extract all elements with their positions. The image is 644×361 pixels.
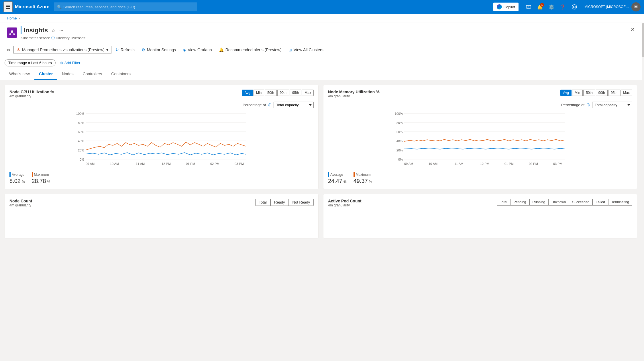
copilot-label: Copilot bbox=[504, 5, 515, 9]
vertical-scrollbar[interactable] bbox=[642, 23, 644, 360]
node-count-not-ready-btn[interactable]: Not Ready bbox=[289, 199, 314, 206]
charts-grid: Node CPU Utilization % 4m granularity Av… bbox=[5, 85, 637, 189]
svg-text:0%: 0% bbox=[80, 158, 84, 161]
collapse-button[interactable]: ≪ bbox=[5, 46, 12, 54]
page-title: Insights bbox=[24, 27, 48, 34]
view-grafana-label: View Grafana bbox=[188, 48, 212, 52]
pod-succeeded-btn[interactable]: Succeeded bbox=[569, 199, 592, 206]
search-input[interactable] bbox=[63, 5, 194, 9]
view-all-clusters-button[interactable]: ⊞ View All Clusters bbox=[286, 46, 326, 54]
memory-ctrl-avg[interactable]: Avg bbox=[560, 90, 571, 96]
more-dots-icon: ... bbox=[330, 48, 334, 52]
svg-point-6 bbox=[13, 33, 15, 35]
subtitle-info-icon: ⓘ bbox=[51, 35, 55, 40]
cpu-maximum-label: Maximum bbox=[32, 172, 50, 177]
cpu-ctrl-50th[interactable]: 50th bbox=[265, 90, 276, 96]
tab-nodes[interactable]: Nodes bbox=[57, 69, 78, 80]
node-count-total-btn[interactable]: Total bbox=[255, 199, 270, 206]
user-avatar[interactable]: M bbox=[631, 2, 641, 11]
prometheus-dropdown[interactable]: ⚠ Managed Prometheus visualizations (Pre… bbox=[13, 46, 111, 54]
memory-ctrl-50th[interactable]: 50th bbox=[583, 90, 595, 96]
bottom-charts-row: Node Count 4m granularity Total Ready No… bbox=[5, 194, 637, 238]
cpu-average-value-row: 8.02 % bbox=[9, 178, 25, 184]
svg-text:20%: 20% bbox=[396, 149, 403, 152]
memory-ctrl-max[interactable]: Max bbox=[621, 90, 632, 96]
memory-info-icon[interactable]: ⓘ bbox=[587, 103, 590, 107]
cpu-avg-color-bar bbox=[9, 172, 11, 177]
cpu-chart-title: Node CPU Utilization % bbox=[9, 90, 54, 94]
monitor-settings-button[interactable]: ⚙ Monitor Settings bbox=[139, 46, 179, 54]
scrollbar-thumb[interactable] bbox=[642, 23, 644, 57]
add-filter-label: Add Filter bbox=[64, 61, 80, 65]
breadcrumb-home[interactable]: Home bbox=[7, 16, 17, 20]
refresh-button[interactable]: ↻ Refresh bbox=[113, 46, 138, 54]
pod-unknown-btn[interactable]: Unknown bbox=[548, 199, 569, 206]
directory-label: Directory: Microsoft bbox=[56, 36, 85, 40]
topbar-divider-2 bbox=[582, 3, 582, 10]
memory-ctrl-min[interactable]: Min bbox=[572, 90, 583, 96]
tab-controllers[interactable]: Controllers bbox=[78, 69, 107, 80]
memory-average-value-row: 24.47 % bbox=[328, 178, 347, 184]
tab-containers[interactable]: Containers bbox=[107, 69, 135, 80]
cpu-ctrl-90th[interactable]: 90th bbox=[277, 90, 289, 96]
pod-total-btn[interactable]: Total bbox=[497, 199, 510, 206]
favorite-button[interactable]: ☆ bbox=[50, 27, 56, 34]
settings-button[interactable]: ⚙️ bbox=[546, 2, 557, 12]
feedback-button[interactable] bbox=[569, 2, 580, 12]
pod-running-btn[interactable]: Running bbox=[529, 199, 549, 206]
tab-whats-new[interactable]: What's new bbox=[5, 69, 34, 80]
add-filter-button[interactable]: ⊕ Add Filter bbox=[58, 60, 83, 66]
close-button[interactable]: ✕ bbox=[631, 26, 635, 33]
add-filter-icon: ⊕ bbox=[60, 61, 63, 65]
notification-badge: 1 bbox=[540, 3, 544, 7]
content-area[interactable]: Node CPU Utilization % 4m granularity Av… bbox=[0, 80, 642, 360]
cloud-shell-button[interactable] bbox=[523, 2, 534, 12]
memory-ctrl-95th[interactable]: 95th bbox=[608, 90, 620, 96]
recommended-alerts-button[interactable]: 🔔 Recommended alerts (Preview) bbox=[216, 46, 284, 54]
cpu-ctrl-min[interactable]: Min bbox=[254, 90, 264, 96]
svg-text:03 PM: 03 PM bbox=[235, 162, 244, 165]
more-toolbar-button[interactable]: ... bbox=[327, 46, 337, 54]
cpu-percentage-label: Percentage of bbox=[243, 103, 266, 107]
cpu-ctrl-95th[interactable]: 95th bbox=[290, 90, 301, 96]
pod-pending-btn[interactable]: Pending bbox=[510, 199, 529, 206]
time-range-filter[interactable]: Time range = Last 6 hours bbox=[5, 59, 56, 66]
breadcrumb-separator: › bbox=[19, 16, 20, 20]
memory-ctrl-90th[interactable]: 90th bbox=[596, 90, 608, 96]
memory-filter-row: Percentage of ⓘ Total capacity Request c… bbox=[328, 102, 632, 108]
svg-text:12 PM: 12 PM bbox=[480, 162, 489, 165]
copilot-button[interactable]: Copilot bbox=[493, 3, 519, 11]
cpu-capacity-select[interactable]: Total capacity Request capacity bbox=[274, 102, 314, 108]
page-subtitle: Kubernetes service ⓘ Directory: Microsof… bbox=[21, 35, 635, 43]
search-bar[interactable]: 🔍 bbox=[54, 3, 197, 11]
pod-terminating-btn[interactable]: Terminating bbox=[608, 199, 632, 206]
svg-point-1 bbox=[572, 5, 577, 9]
more-options-button[interactable]: ··· bbox=[58, 27, 64, 34]
help-button[interactable]: ❓ bbox=[558, 2, 568, 12]
view-grafana-button[interactable]: ◈ View Grafana bbox=[180, 46, 215, 54]
node-count-title: Node Count bbox=[9, 199, 32, 203]
node-count-ready-btn[interactable]: Ready bbox=[270, 199, 289, 206]
memory-capacity-select[interactable]: Total capacity Request capacity bbox=[592, 102, 632, 108]
notifications-button[interactable]: 🔔 1 bbox=[535, 2, 545, 12]
cpu-ctrl-avg[interactable]: Avg bbox=[242, 90, 253, 96]
cpu-maximum-value: 28.78 bbox=[32, 178, 46, 184]
menu-button[interactable]: ☰ bbox=[3, 1, 13, 12]
tab-cluster[interactable]: Cluster bbox=[34, 69, 57, 80]
time-range-label: Time range = Last 6 hours bbox=[8, 61, 52, 65]
tabs-bar: What's new Cluster Nodes Controllers Con… bbox=[0, 69, 642, 80]
toolbar: ≪ ⚠ Managed Prometheus visualizations (P… bbox=[0, 43, 642, 57]
memory-chart-title: Node Memory Utilization % bbox=[328, 90, 380, 94]
cpu-ctrl-max[interactable]: Max bbox=[302, 90, 314, 96]
prometheus-label: Managed Prometheus visualizations (Previ… bbox=[22, 48, 105, 52]
title-row: Insights ☆ ··· bbox=[21, 26, 635, 35]
svg-text:0%: 0% bbox=[398, 158, 403, 161]
grafana-icon: ◈ bbox=[183, 48, 186, 52]
svg-text:09 AM: 09 AM bbox=[404, 162, 413, 165]
svg-text:100%: 100% bbox=[76, 112, 84, 115]
cpu-info-icon[interactable]: ⓘ bbox=[268, 103, 271, 107]
svg-text:12 PM: 12 PM bbox=[162, 162, 171, 165]
svg-line-7 bbox=[10, 32, 12, 33]
pod-failed-btn[interactable]: Failed bbox=[592, 199, 608, 206]
memory-average-value: 24.47 bbox=[328, 178, 342, 184]
